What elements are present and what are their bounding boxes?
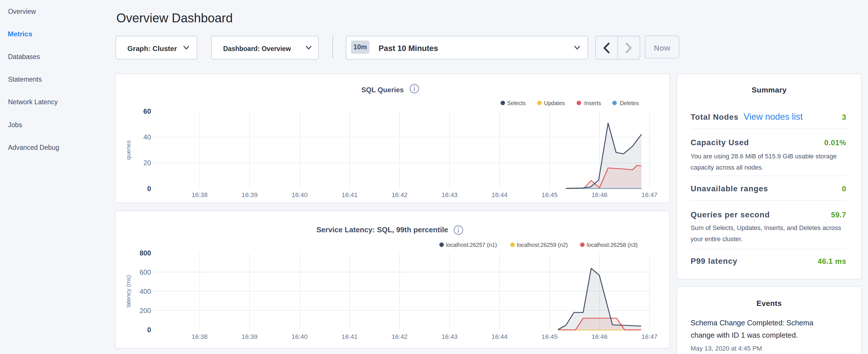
- svg-text:Past 10 Minutes: Past 10 Minutes: [378, 44, 438, 53]
- svg-text:Inserts: Inserts: [584, 100, 601, 106]
- svg-text:View nodes list: View nodes list: [744, 112, 803, 122]
- svg-text:16:40: 16:40: [292, 333, 308, 340]
- svg-text:16:42: 16:42: [392, 333, 407, 340]
- svg-text:0: 0: [147, 185, 151, 192]
- svg-text:16:38: 16:38: [192, 191, 208, 198]
- svg-text:16:46: 16:46: [591, 333, 608, 340]
- svg-text:latency (ms): latency (ms): [125, 275, 131, 308]
- svg-text:Total Nodes: Total Nodes: [691, 112, 739, 122]
- svg-text:16:41: 16:41: [342, 333, 358, 340]
- svg-text:Jobs: Jobs: [8, 121, 22, 129]
- svg-text:Updates: Updates: [544, 100, 565, 106]
- svg-text:Network Latency: Network Latency: [8, 98, 58, 106]
- svg-text:16:42: 16:42: [392, 191, 407, 198]
- svg-text:P99 latency: P99 latency: [691, 257, 737, 265]
- svg-text:16:40: 16:40: [292, 191, 308, 198]
- svg-text:59.7: 59.7: [831, 211, 846, 219]
- svg-text:Deletes: Deletes: [620, 100, 639, 106]
- svg-text:46.1 ms: 46.1 ms: [817, 257, 846, 265]
- svg-text:16:41: 16:41: [342, 191, 358, 198]
- svg-text:Overview: Overview: [8, 8, 36, 15]
- svg-text:800: 800: [140, 249, 151, 257]
- svg-text:Overview Dashboard: Overview Dashboard: [116, 11, 233, 25]
- svg-text:Capacity Used: Capacity Used: [691, 138, 749, 147]
- svg-text:Schema Change Completed: Schem: Schema Change Completed: Schema: [691, 319, 813, 327]
- svg-text:You are using 28.6 MiB of 515.: You are using 28.6 MiB of 515.9 GiB usab…: [691, 153, 837, 160]
- svg-text:3: 3: [842, 113, 846, 122]
- svg-text:May 13, 2020 at 4:45 PM: May 13, 2020 at 4:45 PM: [691, 345, 762, 352]
- svg-text:localhost:26258 (n3): localhost:26258 (n3): [587, 242, 638, 248]
- svg-text:16:46: 16:46: [591, 191, 608, 198]
- svg-text:Metrics: Metrics: [8, 30, 32, 38]
- svg-text:Unavailable ranges: Unavailable ranges: [691, 184, 768, 193]
- svg-text:Events: Events: [756, 299, 782, 308]
- svg-text:16:38: 16:38: [192, 333, 208, 340]
- svg-text:Sum of Selects, Updates, Inser: Sum of Selects, Updates, Inserts, and De…: [691, 224, 841, 231]
- svg-text:Advanced Debug: Advanced Debug: [8, 144, 59, 151]
- svg-text:16:44: 16:44: [492, 191, 507, 198]
- svg-text:10m: 10m: [353, 43, 367, 51]
- svg-text:Statements: Statements: [8, 75, 42, 83]
- svg-text:localhost:26257 (n1): localhost:26257 (n1): [446, 242, 497, 248]
- svg-text:16:43: 16:43: [442, 333, 458, 340]
- svg-text:0: 0: [147, 326, 151, 334]
- svg-text:16:45: 16:45: [541, 333, 558, 340]
- svg-text:queries: queries: [125, 140, 131, 160]
- svg-text:Dashboard: Overview: Dashboard: Overview: [223, 45, 291, 53]
- svg-text:16:45: 16:45: [541, 191, 558, 198]
- svg-text:Selects: Selects: [507, 100, 526, 106]
- svg-text:40: 40: [143, 133, 151, 141]
- svg-text:16:39: 16:39: [242, 191, 258, 198]
- svg-text:16:39: 16:39: [242, 333, 258, 340]
- svg-text:16:44: 16:44: [492, 333, 507, 340]
- svg-text:20: 20: [143, 159, 151, 167]
- svg-text:200: 200: [140, 307, 151, 315]
- svg-text:Service Latency: SQL, 99th per: Service Latency: SQL, 99th percentile: [316, 226, 448, 234]
- svg-text:0.01%: 0.01%: [824, 138, 846, 147]
- svg-text:Databases: Databases: [8, 53, 40, 60]
- svg-text:16:47: 16:47: [642, 191, 658, 198]
- svg-text:16:43: 16:43: [442, 191, 458, 198]
- svg-text:your entire cluster.: your entire cluster.: [691, 235, 743, 243]
- svg-text:60: 60: [143, 107, 151, 115]
- svg-text:capacity across all nodes.: capacity across all nodes.: [691, 164, 764, 171]
- svg-text:16:47: 16:47: [642, 333, 658, 340]
- svg-text:Now: Now: [654, 44, 671, 53]
- svg-text:change with ID 1 was completed: change with ID 1 was completed.: [691, 331, 798, 339]
- svg-text:400: 400: [140, 288, 151, 295]
- svg-text:600: 600: [140, 268, 151, 276]
- svg-text:SQL Queries: SQL Queries: [361, 86, 404, 94]
- svg-text:Summary: Summary: [752, 86, 786, 94]
- svg-text:localhost:26259 (n2): localhost:26259 (n2): [517, 242, 568, 248]
- svg-text:Queries per second: Queries per second: [691, 210, 770, 219]
- svg-text:0: 0: [842, 185, 846, 193]
- svg-text:Graph: Cluster: Graph: Cluster: [127, 45, 177, 53]
